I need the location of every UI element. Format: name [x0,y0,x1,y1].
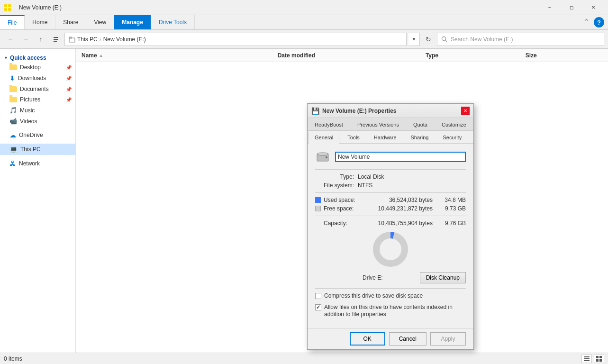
ribbon-tabs: File Home Share View Manage Drive Tools … [0,15,608,29]
capacity-human: 9.76 GB [433,220,466,227]
minimize-button[interactable]: − [539,0,561,15]
svg-rect-3 [8,8,11,11]
dialog-footer: OK Cancel Apply [308,328,473,349]
divider-4 [315,288,466,289]
tab-customize[interactable]: Customize [436,119,472,130]
tab-file[interactable]: File [0,15,25,29]
svg-rect-17 [599,359,602,362]
free-space-row: Free space: 10,449,231,872 bytes 9.73 GB [315,205,466,212]
tab-share[interactable]: Share [55,15,86,29]
tab-hardware[interactable]: Hardware [368,132,403,143]
drive-cleanup-row: Drive E: Disk Cleanup [315,272,466,283]
forward-button[interactable]: → [19,33,32,46]
used-label: Used space: [324,197,362,203]
search-placeholder: Search New Volume (E:) [451,36,513,43]
quick-access-label: Quick access [10,55,46,61]
col-size-header[interactable]: Size [524,52,604,59]
properties-dialog: 💾 New Volume (E:) Properties ✕ ReadyBoos… [307,103,474,350]
svg-rect-5 [54,39,58,40]
close-button[interactable]: ✕ [582,0,604,15]
tab-manage[interactable]: Manage [114,15,151,29]
tab-drivetools[interactable]: Drive Tools [151,15,195,29]
free-label: Free space: [324,205,362,212]
refresh-button[interactable]: ↻ [422,33,435,46]
large-icons-view-button[interactable] [594,355,604,363]
search-box[interactable]: Search New Volume (E:) [437,33,604,46]
sidebar-item-desktop[interactable]: Desktop 📌 [0,62,75,73]
dialog-title-text: New Volume (E:) Properties [322,108,458,114]
tab-previous-versions[interactable]: Previous Versions [351,119,405,130]
pin-icon: 📌 [66,65,72,70]
index-checkbox[interactable]: ✓ [315,304,321,310]
sidebar-item-label: Desktop [20,64,41,71]
divider-3 [315,216,466,216]
tab-sharing[interactable]: Sharing [405,132,435,143]
folder-icon [9,97,17,102]
main-window: New Volume (E:) − ◻ ✕ File Home Share Vi… [0,0,608,364]
disk-cleanup-button[interactable]: Disk Cleanup [420,272,466,283]
tab-security[interactable]: Security [436,132,468,143]
compress-row: Compress this drive to save disk space [315,292,466,300]
svg-rect-15 [599,356,602,358]
svg-line-10 [445,40,448,42]
tab-quota[interactable]: Quota [407,119,434,130]
compress-checkbox[interactable] [315,293,321,299]
path-thispc: This PC [77,36,98,43]
address-box[interactable]: This PC › New Volume (E:) [64,33,407,46]
quick-access-header[interactable]: ▼ Quick access [0,51,75,62]
sidebar-item-thispc[interactable]: 💻 This PC [0,144,75,155]
used-space-row: Used space: 36,524,032 bytes 34.8 MB [315,197,466,203]
sidebar-item-onedrive[interactable]: ☁ OneDrive [0,129,75,141]
volume-icon [315,149,330,164]
sidebar-item-videos[interactable]: 📹 Videos [0,116,75,127]
tab-home[interactable]: Home [25,15,55,29]
col-name-header[interactable]: Name ▲ [80,52,276,59]
download-icon: ⬇ [9,74,15,82]
sidebar-item-documents[interactable]: Documents 📌 [0,84,75,94]
drive-label: Drive E: [363,274,383,281]
window-title: New Volume (E:) [15,4,539,11]
sidebar-item-label: This PC [20,146,41,153]
ribbon: File Home Share View Manage Drive Tools … [0,15,608,30]
sidebar-item-network[interactable]: 🖧 Network [0,158,75,169]
cancel-button[interactable]: Cancel [389,332,427,346]
col-type-header[interactable]: Type [424,52,524,59]
svg-rect-11 [584,356,590,357]
sidebar-item-label: Downloads [18,75,46,82]
col-date-header[interactable]: Date modified [276,52,424,59]
tab-view[interactable]: View [86,15,114,29]
help-button[interactable]: ? [594,17,604,27]
back-button[interactable]: ← [4,33,17,46]
svg-rect-6 [54,41,57,42]
sidebar-item-downloads[interactable]: ⬇ Downloads 📌 [0,73,75,84]
svg-point-9 [442,36,446,40]
free-human: 9.73 GB [433,205,466,212]
address-dropdown-button[interactable]: ▼ [408,33,420,46]
dialog-title-icon: 💾 [311,107,319,115]
compress-label: Compress this drive to save disk space [324,292,423,300]
apply-button[interactable]: Apply [430,332,466,346]
sidebar-item-pictures[interactable]: Pictures 📌 [0,94,75,105]
dialog-close-button[interactable]: ✕ [461,107,470,115]
tab-general[interactable]: General [309,132,339,144]
sidebar-item-music[interactable]: 🎵 Music [0,105,75,116]
volume-name-input[interactable] [335,152,466,162]
used-color-swatch [315,197,321,203]
svg-rect-4 [54,37,58,38]
up-button[interactable]: ↑ [34,33,47,46]
pin-icon: 📌 [66,97,72,102]
folder-icon [9,64,17,70]
sidebar-item-label: Pictures [20,96,40,103]
tab-tools[interactable]: Tools [341,132,366,143]
donut-chart [315,230,466,268]
ribbon-collapse-button[interactable]: ⌃ [583,17,590,27]
used-human: 34.8 MB [433,197,466,203]
restore-button[interactable]: ◻ [561,0,582,15]
tab-readyboost[interactable]: ReadyBoost [309,119,349,130]
ok-button[interactable]: OK [350,332,385,346]
details-view-button[interactable] [581,355,592,363]
type-value: Local Disk [358,173,384,180]
path-history-button[interactable] [49,33,63,46]
svg-rect-2 [4,8,7,11]
sidebar-item-label: OneDrive [19,132,43,138]
